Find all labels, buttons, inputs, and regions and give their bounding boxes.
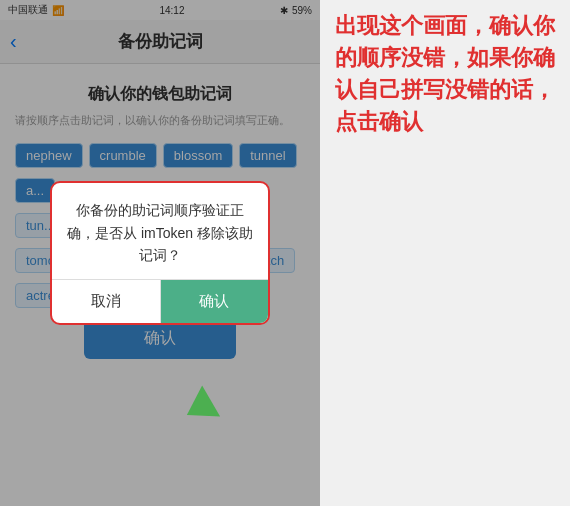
annotation-text: 出现这个画面，确认你的顺序没错，如果你确认自己拼写没错的话，点击确认 <box>335 10 555 138</box>
dialog-body: 你备份的助记词顺序验证正确，是否从 imToken 移除该助记词？ <box>52 183 268 278</box>
annotation-panel: 出现这个画面，确认你的顺序没错，如果你确认自己拼写没错的话，点击确认 <box>320 0 570 506</box>
dialog-overlay: 你备份的助记词顺序验证正确，是否从 imToken 移除该助记词？ 取消 确认 <box>0 0 320 506</box>
phone-frame: 中国联通 📶 14:12 ✱ 59% ‹ 备份助记词 确认你的钱包助记词 请按顺… <box>0 0 320 506</box>
dialog-actions: 取消 确认 <box>52 279 268 323</box>
dialog-text: 你备份的助记词顺序验证正确，是否从 imToken 移除该助记词？ <box>67 202 253 263</box>
dialog: 你备份的助记词顺序验证正确，是否从 imToken 移除该助记词？ 取消 确认 <box>50 181 270 324</box>
dialog-confirm-button[interactable]: 确认 <box>161 280 269 323</box>
dialog-cancel-button[interactable]: 取消 <box>52 280 161 323</box>
